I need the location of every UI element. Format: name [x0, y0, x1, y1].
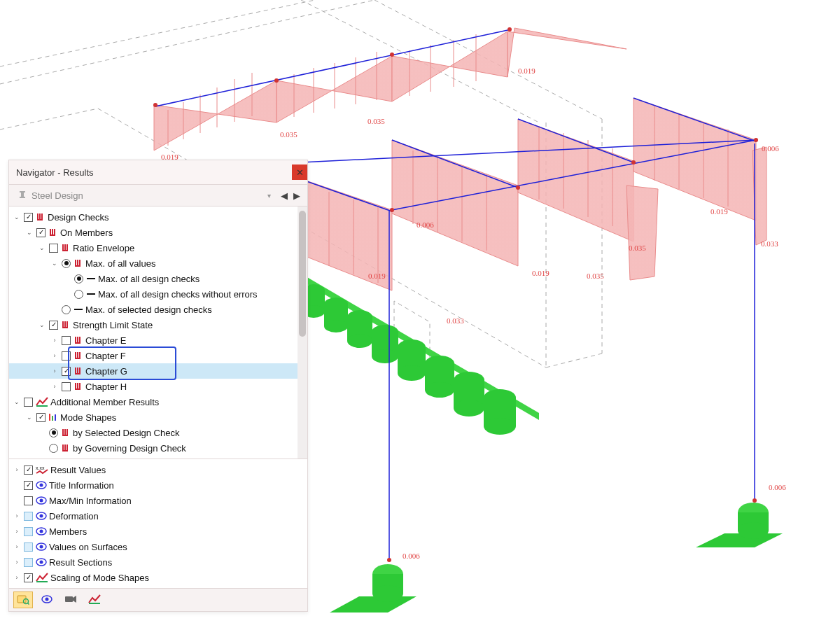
radio[interactable]: [49, 428, 58, 438]
radio[interactable]: [49, 444, 58, 453]
panel-bottom-toolbar: [9, 588, 307, 611]
tree-item-chapter-f[interactable]: › Chapter F: [9, 348, 298, 363]
tree-label: Title Information: [49, 480, 114, 491]
checkbox[interactable]: [49, 244, 58, 253]
svg-point-30: [454, 400, 484, 416]
checkbox[interactable]: [24, 398, 33, 407]
expander-icon[interactable]: ⌄: [37, 320, 47, 330]
nav-prev-button[interactable]: ◀: [278, 188, 290, 203]
tree-item-by-selected[interactable]: by Selected Design Check: [9, 425, 298, 440]
scrollbar-thumb[interactable]: [299, 211, 306, 337]
svg-text:x.xx: x.xx: [36, 465, 45, 470]
tree-item-max-selected[interactable]: Max. of selected design checks: [9, 302, 298, 317]
expander-icon[interactable]: ›: [12, 511, 22, 521]
svg-marker-50: [626, 186, 658, 280]
checkbox[interactable]: [24, 213, 33, 222]
checkbox[interactable]: [62, 351, 71, 360]
checkbox[interactable]: [24, 512, 33, 521]
tree-label: Chapter H: [85, 382, 127, 392]
radio[interactable]: [74, 274, 83, 284]
expander-icon[interactable]: ›: [12, 526, 22, 536]
expander-icon[interactable]: ›: [50, 335, 59, 345]
tab-navigator-button[interactable]: [13, 592, 33, 608]
checkbox[interactable]: [49, 321, 58, 330]
value-label: 0.006: [762, 144, 779, 153]
tree-item-mode-shapes[interactable]: ⌄ Mode Shapes: [9, 410, 298, 425]
eye-icon: [36, 481, 47, 489]
expander-icon[interactable]: ›: [50, 382, 59, 391]
tree-item-result-values[interactable]: › x.xx Result Values: [9, 462, 307, 477]
svg-line-0: [0, 0, 315, 66]
checkbox[interactable]: [24, 558, 33, 567]
frame-icon: [61, 443, 71, 453]
tree-item-by-governing[interactable]: by Governing Design Check: [9, 440, 298, 456]
expander-icon[interactable]: ⌄: [12, 397, 22, 407]
tree-item-max-all-checks-no-err[interactable]: Max. of all design checks without errors: [9, 286, 298, 302]
checkbox[interactable]: [36, 413, 46, 422]
tree-item-maxmin[interactable]: Max/Min Information: [9, 493, 307, 508]
radio[interactable]: [62, 305, 71, 314]
expander-icon[interactable]: ⌄: [37, 243, 47, 253]
tree-item-chapter-g[interactable]: › Chapter G: [9, 363, 298, 379]
expander-icon[interactable]: ⌄: [24, 412, 34, 422]
tab-diagram-button[interactable]: [85, 592, 104, 608]
lower-tree[interactable]: › x.xx Result Values Title Information M…: [9, 459, 307, 588]
expander-icon[interactable]: ⌄: [12, 212, 22, 222]
svg-point-33: [484, 418, 516, 435]
expander-icon[interactable]: ›: [12, 542, 22, 552]
tree-item-values-surfaces[interactable]: › Values on Surfaces: [9, 539, 307, 554]
checkbox[interactable]: [24, 542, 33, 552]
tree-item-title-info[interactable]: Title Information: [9, 477, 307, 493]
expander-icon[interactable]: ⌄: [50, 258, 59, 268]
radio[interactable]: [74, 290, 83, 299]
tree-item-scaling[interactable]: › Scaling of Mode Shapes: [9, 570, 307, 585]
design-module-dropdown[interactable]: Steel Design ▾: [13, 188, 275, 203]
frame-icon: [74, 258, 83, 268]
checkbox[interactable]: [24, 527, 33, 536]
checkbox[interactable]: [24, 573, 33, 582]
checkbox[interactable]: [24, 465, 33, 475]
checkbox[interactable]: [62, 336, 71, 345]
close-icon: ✕: [296, 167, 304, 178]
tree-item-design-checks[interactable]: ⌄ Design Checks: [9, 209, 298, 225]
tree-item-ratio-envelope[interactable]: ⌄ Ratio Envelope: [9, 240, 298, 255]
tab-camera-button[interactable]: [61, 592, 80, 608]
tree-label: Result Sections: [49, 557, 112, 568]
radio[interactable]: [62, 259, 71, 268]
folder-search-icon: [17, 594, 29, 607]
checkbox[interactable]: [62, 367, 71, 376]
tree-item-deformation[interactable]: › Deformation: [9, 508, 307, 524]
tree-item-members[interactable]: › Members: [9, 524, 307, 539]
scrollbar[interactable]: [298, 206, 307, 458]
value-label: 0.019: [710, 207, 728, 216]
checkbox[interactable]: [24, 496, 33, 505]
value-label: 0.019: [518, 66, 536, 75]
checkbox[interactable]: [62, 382, 71, 391]
dropdown-label: Steel Design: [31, 190, 83, 201]
expander-icon[interactable]: ›: [12, 557, 22, 567]
panel-titlebar[interactable]: Navigator - Results ✕: [9, 160, 307, 185]
tree-item-result-sections[interactable]: › Result Sections: [9, 554, 307, 570]
eye-icon: [41, 595, 52, 606]
tree-item-max-all-checks[interactable]: Max. of all design checks: [9, 271, 298, 286]
checkbox[interactable]: [36, 228, 46, 237]
expander-icon[interactable]: ›: [12, 573, 22, 582]
checkbox[interactable]: [24, 481, 33, 490]
expander-icon[interactable]: ›: [50, 351, 59, 360]
expander-icon[interactable]: ›: [50, 366, 59, 376]
expander-icon[interactable]: ⌄: [24, 227, 34, 237]
tree-item-additional[interactable]: ⌄ Additional Member Results: [9, 394, 298, 410]
nav-next-button[interactable]: ▶: [290, 188, 303, 203]
tree-item-chapter-h[interactable]: › Chapter H: [9, 379, 298, 394]
close-button[interactable]: ✕: [292, 164, 307, 180]
tree-item-chapter-e[interactable]: › Chapter E: [9, 332, 298, 348]
tree-label: Max. of selected design checks: [85, 304, 212, 315]
expander-icon[interactable]: ›: [12, 465, 22, 475]
tab-visibility-button[interactable]: [37, 592, 57, 608]
eye-icon: [36, 512, 47, 520]
tree-item-strength-limit[interactable]: ⌄ Strength Limit State: [9, 317, 298, 332]
results-tree[interactable]: ⌄ Design Checks ⌄ On Members ⌄ Ratio Env…: [9, 206, 298, 458]
tree-item-on-members[interactable]: ⌄ On Members: [9, 225, 298, 240]
frame-icon: [61, 428, 71, 438]
tree-item-max-all-values[interactable]: ⌄ Max. of all values: [9, 255, 298, 271]
